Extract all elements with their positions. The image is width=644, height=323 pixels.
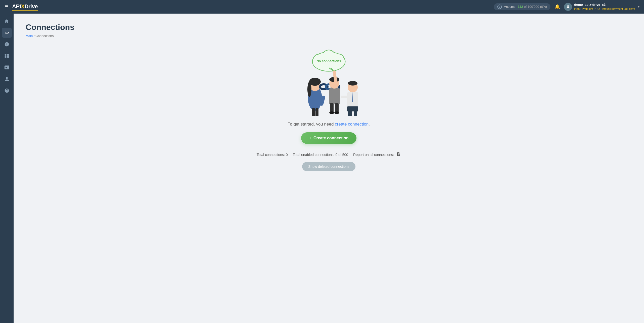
- svg-rect-1: [5, 54, 7, 56]
- user-plan: Plan | Premium PRO | left until payment …: [574, 7, 635, 11]
- svg-rect-3: [5, 56, 7, 58]
- stats-row: Total connections: 0 Total enabled conne…: [257, 152, 401, 157]
- menu-icon[interactable]: ☰: [5, 4, 9, 10]
- logo: APIXDrive: [12, 3, 38, 11]
- user-section[interactable]: demo_apix-drive_s3 Plan | Premium PRO | …: [564, 3, 639, 11]
- empty-text-suffix: .: [369, 122, 370, 127]
- sidebar: [0, 14, 14, 323]
- show-deleted-button[interactable]: Show deleted connections: [302, 162, 355, 171]
- logo-drive: Drive: [24, 3, 38, 10]
- svg-point-40: [348, 81, 357, 86]
- svg-rect-22: [315, 108, 318, 116]
- sidebar-item-home[interactable]: [2, 16, 12, 26]
- logo-text: APIXDrive: [12, 3, 38, 10]
- topnav-actions: i Actions: 332 of 100'000 (0%) 🔔 demo_ap…: [494, 3, 639, 11]
- actions-count: 332: [517, 5, 523, 9]
- empty-state: No connections: [26, 45, 632, 171]
- bell-button[interactable]: 🔔: [554, 4, 560, 10]
- actions-badge: i Actions: 332 of 100'000 (0%): [494, 3, 550, 10]
- breadcrumb-main[interactable]: Main: [26, 34, 33, 38]
- logo-x: X: [21, 3, 24, 10]
- create-connection-link[interactable]: create connection: [335, 122, 369, 127]
- empty-illustration: No connections: [286, 45, 372, 116]
- sidebar-item-connections[interactable]: [2, 28, 12, 38]
- svg-rect-46: [341, 96, 348, 98]
- svg-rect-4: [7, 56, 9, 58]
- plan-days: 283: [624, 7, 628, 10]
- plan-suffix: | left until payment: [600, 7, 623, 10]
- user-avatar: [564, 3, 572, 11]
- report-label: Report on all connections:: [353, 153, 394, 157]
- plan-name: Premium PRO: [582, 7, 600, 10]
- breadcrumb-current: Connections: [35, 34, 54, 38]
- chevron-down-icon: ▾: [638, 5, 639, 9]
- page-title: Connections: [26, 23, 632, 32]
- breadcrumb-separator: /: [34, 34, 35, 38]
- svg-rect-2: [7, 54, 9, 56]
- svg-rect-42: [348, 110, 352, 116]
- create-btn-icon: +: [309, 136, 311, 140]
- svg-point-35: [329, 111, 334, 114]
- main-layout: Connections Main / Connections: [0, 14, 644, 323]
- info-icon: i: [497, 5, 502, 9]
- user-name: demo_apix-drive_s3: [574, 3, 635, 7]
- sidebar-item-video[interactable]: [2, 62, 12, 72]
- sidebar-item-account[interactable]: [2, 74, 12, 84]
- svg-text:No connections: No connections: [316, 59, 341, 63]
- user-info: demo_apix-drive_s3 Plan | Premium PRO | …: [574, 3, 635, 11]
- plan-label: Plan |: [574, 7, 581, 10]
- svg-rect-43: [354, 110, 357, 116]
- topnav: ☰ APIXDrive i Actions: 332 of 100'000 (0…: [0, 0, 644, 14]
- empty-description: To get started, you need create connecti…: [288, 122, 370, 127]
- logo-underline: [12, 10, 38, 11]
- actions-percent: (0%): [540, 5, 547, 9]
- actions-label: Actions:: [504, 5, 515, 9]
- actions-count-display: 332 of 100'000 (0%): [517, 5, 547, 9]
- actions-total: 100'000: [528, 5, 539, 9]
- svg-point-0: [567, 5, 569, 7]
- svg-point-36: [334, 111, 339, 114]
- show-deleted-label: Show deleted connections: [308, 165, 349, 169]
- sidebar-item-billing[interactable]: [2, 39, 12, 49]
- create-connection-button[interactable]: + Create connection: [301, 132, 357, 144]
- plan-days-suffix: days: [629, 7, 635, 10]
- sidebar-item-help[interactable]: [2, 86, 12, 96]
- empty-text-prefix: To get started, you need: [288, 122, 335, 127]
- actions-of: of: [524, 5, 528, 9]
- logo-api: API: [12, 3, 21, 10]
- create-btn-label: Create connection: [313, 136, 349, 140]
- total-enabled-connections: Total enabled connections: 0 of 500: [293, 153, 348, 157]
- sidebar-item-services[interactable]: [2, 51, 12, 61]
- svg-rect-29: [329, 88, 340, 104]
- total-connections: Total connections: 0: [257, 153, 288, 157]
- breadcrumb: Main / Connections: [26, 34, 632, 38]
- svg-point-20: [307, 82, 311, 97]
- svg-rect-33: [330, 103, 334, 113]
- report-icon[interactable]: [396, 152, 401, 157]
- svg-rect-21: [312, 108, 315, 116]
- svg-rect-34: [335, 103, 339, 113]
- main-content: Connections Main / Connections: [14, 14, 644, 323]
